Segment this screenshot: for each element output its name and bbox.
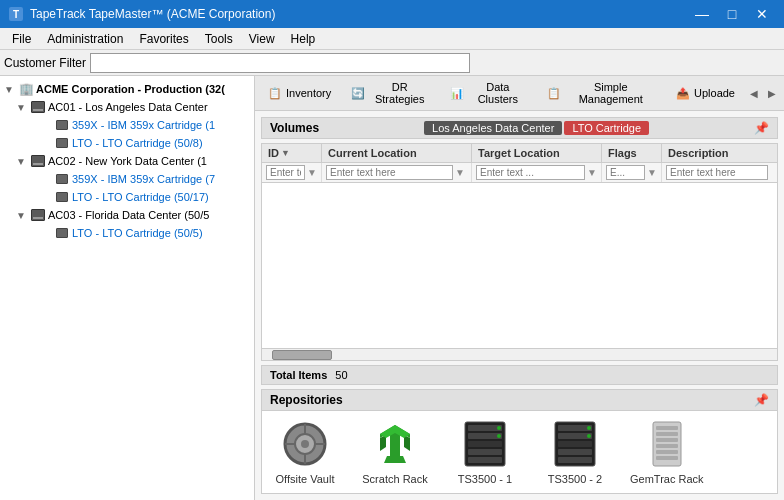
col-flags-label: Flags [608, 147, 637, 159]
customer-filter-input[interactable] [90, 53, 470, 73]
filter-cell-current: ▼ [322, 163, 472, 182]
tree-item-ac01[interactable]: ▼ AC01 - Los Angeles Data Center [0, 98, 254, 116]
col-id-label: ID [268, 147, 279, 159]
col-description[interactable]: Description [662, 144, 777, 162]
clusters-icon: 📊 [450, 87, 464, 100]
volumes-pin-icon[interactable]: 📌 [754, 121, 769, 135]
tree-item-ac01-359x[interactable]: 359X - IBM 359x Cartridge (1 [0, 116, 254, 134]
filter-cell-id: ▼ [262, 163, 322, 182]
menu-tools[interactable]: Tools [197, 30, 241, 48]
col-id[interactable]: ID ▼ [262, 144, 322, 162]
tab-management-label: Simple Management [565, 81, 656, 105]
volumes-header: Volumes Los Angeles Data Center LTO Cart… [261, 117, 778, 139]
tape-icon-1 [54, 117, 70, 133]
menu-administration[interactable]: Administration [39, 30, 131, 48]
svg-rect-13 [468, 449, 502, 455]
filter-funnel-flags[interactable]: ▼ [647, 167, 657, 178]
tree-toggle-ac01[interactable]: ▼ [16, 102, 28, 113]
tab-inventory[interactable]: 📋 Inventory [259, 84, 340, 103]
filter-input-current[interactable] [326, 165, 453, 180]
tree-item-ac01-lto[interactable]: LTO - LTO Cartridge (50/8) [0, 134, 254, 152]
repo-pin-icon[interactable]: 📌 [754, 393, 769, 407]
close-button[interactable]: ✕ [748, 3, 776, 25]
tab-data-clusters[interactable]: 📊 Data Clusters [441, 78, 536, 108]
app-icon: T [8, 6, 24, 22]
filter-input-id[interactable] [266, 165, 305, 180]
toolbar: 📋 Inventory 🔄 DR Strategies 📊 Data Clust… [255, 76, 784, 111]
svg-point-24 [587, 434, 591, 438]
scratch-rack-label: Scratch Rack [362, 473, 427, 485]
menu-file[interactable]: File [4, 30, 39, 48]
tree-label-ac03-lto: LTO - LTO Cartridge (50/5) [72, 227, 203, 239]
tab-left-arrow[interactable]: ◀ [746, 86, 762, 101]
tab-clusters-label: Data Clusters [468, 81, 527, 105]
scratch-rack-icon [370, 419, 420, 469]
minimize-button[interactable]: — [688, 3, 716, 25]
tape-icon-2 [54, 135, 70, 151]
tab-dr-strategies[interactable]: 🔄 DR Strategies [342, 78, 439, 108]
col-target-label: Target Location [478, 147, 560, 159]
tree-label-root: ACME Corporation - Production (32( [36, 83, 225, 95]
filter-cell-desc [662, 163, 777, 182]
filter-funnel-id[interactable]: ▼ [307, 167, 317, 178]
hscroll-thumb[interactable] [272, 350, 332, 360]
title-bar-text: TapeTrack TapeMaster™ (ACME Corporation) [30, 7, 688, 21]
tree-toggle-ac02[interactable]: ▼ [16, 156, 28, 167]
menu-bar: File Administration Favorites Tools View… [0, 28, 784, 50]
menu-view[interactable]: View [241, 30, 283, 48]
col-flags[interactable]: Flags [602, 144, 662, 162]
col-target-location[interactable]: Target Location [472, 144, 602, 162]
tree-item-root[interactable]: ▼ 🏢 ACME Corporation - Production (32( [0, 80, 254, 98]
tree-toggle-ac03[interactable]: ▼ [16, 210, 28, 221]
repositories-title: Repositories [270, 393, 343, 407]
dr-icon: 🔄 [351, 87, 365, 100]
tree-label-ac01-lto: LTO - LTO Cartridge (50/8) [72, 137, 203, 149]
menu-help[interactable]: Help [283, 30, 324, 48]
repo-item-ts3500-1[interactable]: TS3500 - 1 [450, 419, 520, 485]
inventory-icon: 📋 [268, 87, 282, 100]
filter-input-target[interactable] [476, 165, 585, 180]
filter-funnel-target[interactable]: ▼ [587, 167, 597, 178]
col-current-location[interactable]: Current Location [322, 144, 472, 162]
total-items-label: Total Items [270, 369, 327, 381]
tape-icon-5 [54, 225, 70, 241]
filter-cell-target: ▼ [472, 163, 602, 182]
tab-upload-label: Uploade [694, 87, 735, 99]
repo-item-scratch-rack[interactable]: Scratch Rack [360, 419, 430, 485]
table-header-row: ID ▼ Current Location Target Location Fl… [262, 144, 777, 163]
tree-item-ac03[interactable]: ▼ AC03 - Florida Data Center (50/5 [0, 206, 254, 224]
title-bar: T TapeTrack TapeMaster™ (ACME Corporatio… [0, 0, 784, 28]
filter-funnel-current[interactable]: ▼ [455, 167, 465, 178]
svg-rect-14 [468, 457, 502, 463]
tab-upload[interactable]: 📤 Uploade [667, 84, 744, 103]
server-icon-ac01 [30, 99, 46, 115]
tab-simple-management[interactable]: 📋 Simple Management [538, 78, 665, 108]
filter-input-desc[interactable] [666, 165, 768, 180]
server-icon-ac02 [30, 153, 46, 169]
tree-label-ac02-359x: 359X - IBM 359x Cartridge (7 [72, 173, 215, 185]
tree-item-ac02-lto[interactable]: LTO - LTO Cartridge (50/17) [0, 188, 254, 206]
repositories-header: Repositories 📌 [261, 389, 778, 411]
table-filter-row: ▼ ▼ ▼ ▼ [262, 163, 777, 183]
volumes-table: ID ▼ Current Location Target Location Fl… [261, 143, 778, 361]
svg-rect-11 [468, 433, 502, 439]
maximize-button[interactable]: □ [718, 3, 746, 25]
repo-item-ts3500-2[interactable]: TS3500 - 2 [540, 419, 610, 485]
tab-right-arrow[interactable]: ▶ [764, 86, 780, 101]
repo-item-offsite-vault[interactable]: Offsite Vault [270, 419, 340, 485]
offsite-vault-icon [280, 419, 330, 469]
repo-item-gemtrac[interactable]: GemTrac Rack [630, 419, 704, 485]
filter-bar: Customer Filter [0, 50, 784, 76]
tree-item-ac02[interactable]: ▼ AC02 - New York Data Center (1 [0, 152, 254, 170]
menu-favorites[interactable]: Favorites [131, 30, 196, 48]
tree-item-ac03-lto[interactable]: LTO - LTO Cartridge (50/5) [0, 224, 254, 242]
tape-icon-4 [54, 189, 70, 205]
tape-icon-3 [54, 171, 70, 187]
tab-dr-label: DR Strategies [369, 81, 430, 105]
filter-input-flags[interactable] [606, 165, 645, 180]
col-desc-label: Description [668, 147, 729, 159]
table-hscroll[interactable] [262, 348, 777, 360]
sort-icon-id[interactable]: ▼ [281, 148, 290, 158]
tree-toggle-root[interactable]: ▼ [4, 84, 16, 95]
tree-item-ac02-359x[interactable]: 359X - IBM 359x Cartridge (7 [0, 170, 254, 188]
